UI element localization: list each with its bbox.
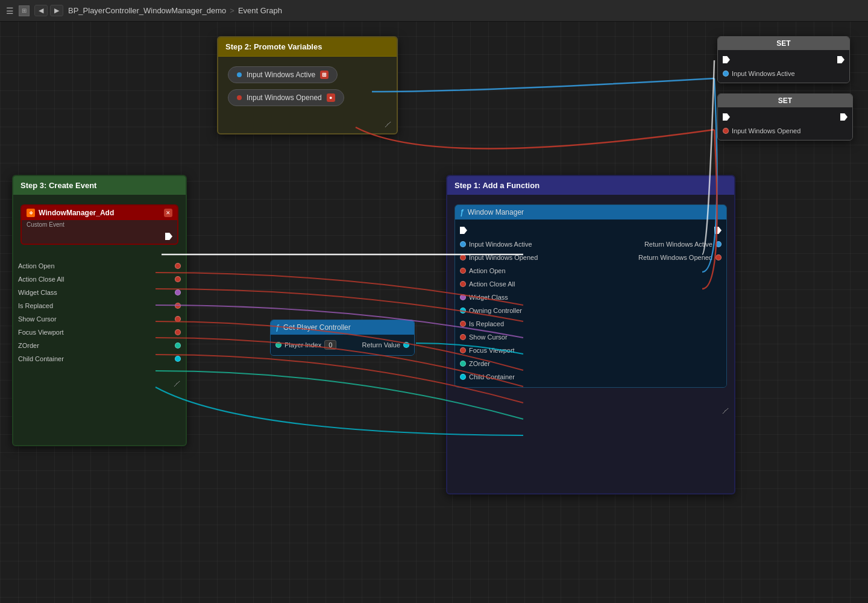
breadcrumb-separator: > (230, 6, 234, 15)
focus-viewport-pin (175, 329, 181, 335)
get-player-ctrl-body: Player Index 0 Return Value (271, 335, 414, 355)
wm-is-replaced-row: Is Replaced (455, 317, 726, 330)
action-open-row: Action Open (13, 259, 186, 273)
step2-header: Step 2: Promote Variables (218, 37, 397, 57)
event-exec-row (22, 229, 177, 244)
step1-title: Step 1: Add a Function (454, 181, 539, 190)
set-title-1: SET (776, 39, 790, 48)
get-player-ctrl-title: Get Player Controller (283, 323, 351, 332)
step2-node: Step 2: Promote Variables Input Windows … (217, 36, 398, 134)
wm-input-active-row: Input Windows Active Return Windows Acti… (455, 238, 726, 251)
set1-blue-pin (723, 71, 729, 77)
wm-focus-viewport-pin (460, 347, 466, 353)
exec-out-pin (165, 233, 172, 240)
is-replaced-label: Is Replaced (18, 302, 53, 309)
is-replaced-row: Is Replaced (13, 299, 186, 312)
wm-return-active-right: Return Windows Active (644, 241, 722, 248)
wm-input-active-left: Input Windows Active (460, 241, 532, 248)
wm-title: Window Manager (468, 208, 524, 216)
window-manager-node: ƒ Window Manager Input Windows Active Re… (454, 204, 727, 388)
wm-input-active-label: Input Windows Active (469, 241, 532, 248)
player-index-value[interactable]: 0 (324, 340, 336, 350)
breadcrumb-graph: Event Graph (238, 6, 282, 15)
input-windows-active-var[interactable]: Input Windows Active ⊞ (228, 66, 338, 83)
wm-focus-viewport-row: Focus Viewport (455, 344, 726, 357)
widget-class-row: Widget Class (13, 286, 186, 299)
nav-buttons: ◀ ▶ (34, 5, 63, 16)
event-name: WindowManager_Add (39, 209, 114, 217)
zorder-row: ZOrder (13, 339, 186, 352)
step1-header: Step 1: Add a Function (447, 176, 734, 195)
wm-exec-row (455, 223, 726, 238)
breadcrumb-project: BP_PlayerController_WindowManager_demo (68, 6, 226, 15)
wm-action-open-pin (460, 268, 466, 274)
event-icon: ❖ (27, 209, 35, 217)
wm-action-close-left: Action Close All (460, 280, 515, 288)
wm-exec-in (460, 227, 467, 234)
get-player-ctrl-header: ƒ Get Player Controller (271, 320, 414, 335)
wm-zorder-pin (460, 361, 466, 367)
wm-return-active-label: Return Windows Active (644, 241, 712, 248)
wm-return-active-pin (715, 241, 722, 247)
input-windows-opened-var[interactable]: Input Windows Opened ● (228, 89, 344, 106)
step2-body: Input Windows Active ⊞ Input Windows Ope… (218, 57, 397, 116)
forward-button[interactable]: ▶ (50, 5, 63, 16)
blue-pin (237, 72, 242, 77)
child-container-row: Child Container (13, 352, 186, 365)
wm-input-active-pin (460, 241, 466, 247)
wm-action-open-label: Action Open (469, 267, 506, 274)
step3-title: Step 3: Create Event (20, 181, 96, 190)
wm-input-opened-left: Input Windows Opened (460, 254, 538, 261)
grid-icon: ⊞ (19, 5, 30, 16)
get-player-controller-node: ƒ Get Player Controller Player Index 0 R… (270, 320, 415, 356)
player-index-left: Player Index 0 (275, 340, 336, 350)
wm-owning-ctrl-left: Owning Controller (460, 307, 522, 314)
is-replaced-pin (175, 303, 181, 309)
set-header-2: SET (718, 94, 852, 107)
wm-owning-ctrl-row: Owning Controller (455, 304, 726, 317)
topbar: ☰ ⊞ ◀ ▶ BP_PlayerController_WindowManage… (0, 0, 868, 22)
step3-resize: ⟋ (13, 375, 186, 393)
wm-return-opened-right: Return Windows Opened (638, 254, 722, 261)
step1-resize: ⟋ (447, 402, 734, 420)
var2-label: Input Windows Opened (247, 93, 322, 102)
wm-focus-viewport-left: Focus Viewport (460, 347, 515, 354)
event-close[interactable]: ✕ (164, 209, 172, 217)
set1-exec-out (837, 56, 844, 63)
action-close-all-pin (175, 276, 181, 282)
focus-viewport-label: Focus Viewport (18, 329, 64, 336)
set-node-opened: SET Input Windows Opened (717, 93, 853, 140)
red-pin (237, 95, 242, 100)
wm-action-close-label: Action Close All (469, 280, 515, 288)
back-button[interactable]: ◀ (34, 5, 48, 16)
menu-icon[interactable]: ☰ (6, 6, 14, 16)
wm-action-open-row: Action Open (455, 264, 726, 277)
wm-action-open-left: Action Open (460, 267, 506, 274)
wm-zorder-left: ZOrder (460, 360, 490, 367)
wm-return-opened-pin (715, 254, 722, 260)
step3-header: Step 3: Create Event (13, 176, 186, 195)
widget-class-pin (175, 289, 181, 295)
wm-is-replaced-pin (460, 321, 466, 327)
show-cursor-pin (175, 316, 181, 322)
custom-event-header: ❖ WindowManager_Add ✕ (22, 206, 177, 220)
breadcrumb: BP_PlayerController_WindowManager_demo >… (68, 6, 282, 15)
step2-resize: ⟋ (218, 116, 397, 133)
set-header-1: SET (718, 37, 849, 50)
wm-zorder-label: ZOrder (469, 360, 490, 367)
event-subtitle: Custom Event (22, 220, 177, 229)
wm-show-cursor-left: Show Cursor (460, 333, 508, 341)
step3-pins: Action Open Action Close All Widget Clas… (13, 254, 186, 370)
wm-widget-class-row: Widget Class (455, 291, 726, 304)
player-index-label: Player Index (285, 341, 321, 349)
wm-is-replaced-label: Is Replaced (469, 320, 504, 327)
set2-opened-left: Input Windows Opened (723, 127, 800, 134)
action-close-all-row: Action Close All (13, 273, 186, 286)
set1-exec-in (723, 56, 730, 63)
player-index-row: Player Index 0 Return Value (271, 338, 414, 352)
zorder-label: ZOrder (18, 342, 39, 349)
wm-action-close-pin (460, 281, 466, 287)
set1-active-row: Input Windows Active (718, 67, 849, 80)
wm-widget-class-left: Widget Class (460, 294, 508, 301)
set2-exec-in (723, 113, 730, 121)
